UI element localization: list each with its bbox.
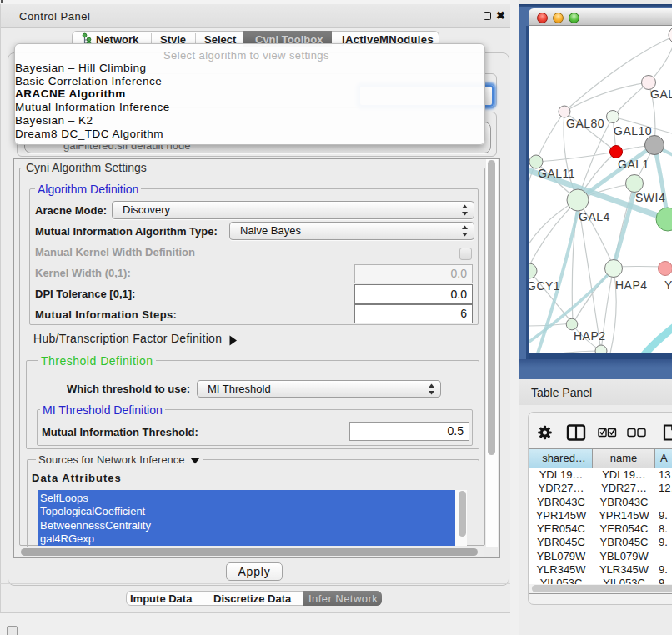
svg-text:GAL80: GAL80 <box>566 117 604 130</box>
svg-text:HAP2: HAP2 <box>574 329 606 342</box>
svg-text:GAL11: GAL11 <box>538 167 575 180</box>
svg-text:HAP4: HAP4 <box>615 278 648 292</box>
svg-text:GAL7: GAL7 <box>650 88 672 101</box>
svg-text:Y: Y <box>664 278 672 292</box>
svg-text:GAL1: GAL1 <box>618 158 649 171</box>
svg-text:SWI4: SWI4 <box>635 191 665 204</box>
svg-text:GAL10: GAL10 <box>614 124 652 138</box>
svg-text:GCY1: GCY1 <box>529 279 560 292</box>
svg-text:GAL4: GAL4 <box>579 210 610 223</box>
